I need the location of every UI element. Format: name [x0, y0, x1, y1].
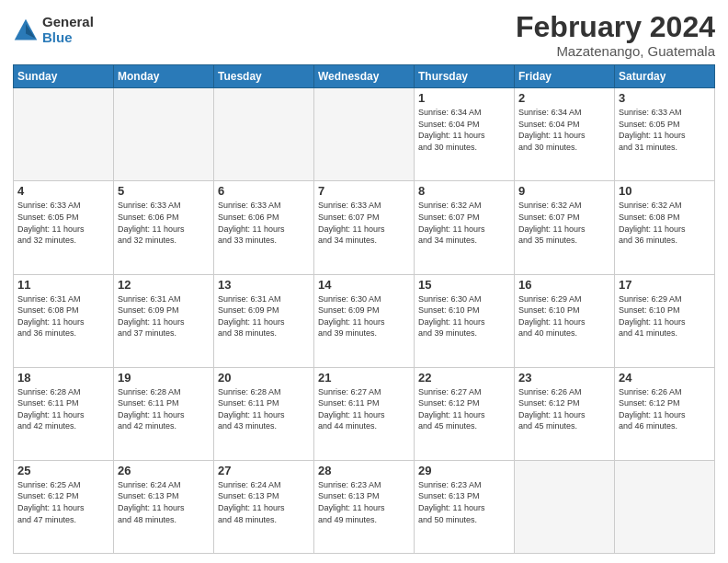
day-number: 12	[118, 278, 210, 292]
logo-text: General Blue	[42, 15, 94, 45]
weekday-header-row: SundayMondayTuesdayWednesdayThursdayFrid…	[14, 65, 715, 88]
calendar-cell: 23Sunrise: 6:26 AMSunset: 6:12 PMDayligh…	[515, 367, 615, 460]
day-number: 21	[318, 371, 410, 385]
day-number: 1	[418, 91, 510, 105]
day-info: Sunrise: 6:33 AMSunset: 6:06 PMDaylight:…	[218, 200, 310, 246]
day-info: Sunrise: 6:23 AMSunset: 6:13 PMDaylight:…	[418, 479, 510, 525]
day-info: Sunrise: 6:26 AMSunset: 6:12 PMDaylight:…	[619, 386, 711, 432]
calendar-cell	[615, 460, 715, 553]
day-number: 23	[518, 371, 610, 385]
calendar-cell	[515, 460, 615, 553]
calendar-cell: 24Sunrise: 6:26 AMSunset: 6:12 PMDayligh…	[615, 367, 715, 460]
calendar-cell	[214, 88, 314, 181]
calendar-cell: 28Sunrise: 6:23 AMSunset: 6:13 PMDayligh…	[314, 460, 415, 553]
day-number: 5	[118, 184, 210, 198]
title-block: February 2024 Mazatenango, Guatemala	[516, 11, 715, 59]
day-number: 15	[418, 278, 510, 292]
weekday-header-wednesday: Wednesday	[314, 65, 415, 88]
day-number: 7	[318, 184, 410, 198]
header: General Blue February 2024 Mazatenango, …	[13, 11, 715, 59]
day-info: Sunrise: 6:33 AMSunset: 6:05 PMDaylight:…	[17, 200, 109, 246]
day-number: 18	[17, 371, 109, 385]
day-info: Sunrise: 6:32 AMSunset: 6:08 PMDaylight:…	[619, 200, 711, 246]
day-info: Sunrise: 6:29 AMSunset: 6:10 PMDaylight:…	[518, 293, 610, 339]
calendar-cell	[314, 88, 415, 181]
day-number: 13	[218, 278, 310, 292]
calendar-week-row-4: 18Sunrise: 6:28 AMSunset: 6:11 PMDayligh…	[14, 367, 715, 460]
calendar-cell: 29Sunrise: 6:23 AMSunset: 6:13 PMDayligh…	[415, 460, 515, 553]
location: Mazatenango, Guatemala	[516, 43, 715, 59]
weekday-header-thursday: Thursday	[415, 65, 515, 88]
calendar-cell: 21Sunrise: 6:27 AMSunset: 6:11 PMDayligh…	[314, 367, 415, 460]
calendar-cell: 19Sunrise: 6:28 AMSunset: 6:11 PMDayligh…	[114, 367, 214, 460]
day-number: 22	[418, 371, 510, 385]
day-number: 6	[218, 184, 310, 198]
day-number: 4	[17, 184, 109, 198]
day-info: Sunrise: 6:23 AMSunset: 6:13 PMDaylight:…	[318, 479, 410, 525]
calendar-week-row-1: 1Sunrise: 6:34 AMSunset: 6:04 PMDaylight…	[14, 88, 715, 181]
calendar-cell: 20Sunrise: 6:28 AMSunset: 6:11 PMDayligh…	[214, 367, 314, 460]
calendar-cell: 22Sunrise: 6:27 AMSunset: 6:12 PMDayligh…	[415, 367, 515, 460]
logo-general-text: General	[42, 15, 94, 30]
calendar-week-row-3: 11Sunrise: 6:31 AMSunset: 6:08 PMDayligh…	[14, 274, 715, 367]
day-info: Sunrise: 6:25 AMSunset: 6:12 PMDaylight:…	[17, 479, 109, 525]
calendar-cell: 18Sunrise: 6:28 AMSunset: 6:11 PMDayligh…	[14, 367, 114, 460]
calendar-cell: 27Sunrise: 6:24 AMSunset: 6:13 PMDayligh…	[214, 460, 314, 553]
day-number: 24	[619, 371, 711, 385]
logo: General Blue	[13, 15, 94, 45]
day-info: Sunrise: 6:24 AMSunset: 6:13 PMDaylight:…	[118, 479, 210, 525]
day-info: Sunrise: 6:33 AMSunset: 6:06 PMDaylight:…	[118, 200, 210, 246]
calendar-week-row-5: 25Sunrise: 6:25 AMSunset: 6:12 PMDayligh…	[14, 460, 715, 553]
day-number: 2	[518, 91, 610, 105]
calendar-cell: 15Sunrise: 6:30 AMSunset: 6:10 PMDayligh…	[415, 274, 515, 367]
day-number: 28	[318, 464, 410, 477]
calendar-cell: 9Sunrise: 6:32 AMSunset: 6:07 PMDaylight…	[515, 181, 615, 274]
calendar-cell: 7Sunrise: 6:33 AMSunset: 6:07 PMDaylight…	[314, 181, 415, 274]
day-info: Sunrise: 6:28 AMSunset: 6:11 PMDaylight:…	[218, 386, 310, 432]
calendar-cell: 26Sunrise: 6:24 AMSunset: 6:13 PMDayligh…	[114, 460, 214, 553]
day-info: Sunrise: 6:33 AMSunset: 6:07 PMDaylight:…	[318, 200, 410, 246]
day-number: 9	[518, 184, 610, 198]
day-info: Sunrise: 6:30 AMSunset: 6:09 PMDaylight:…	[318, 293, 410, 339]
day-number: 17	[619, 278, 711, 292]
day-info: Sunrise: 6:31 AMSunset: 6:09 PMDaylight:…	[218, 293, 310, 339]
day-info: Sunrise: 6:26 AMSunset: 6:12 PMDaylight:…	[518, 386, 610, 432]
day-number: 8	[418, 184, 510, 198]
calendar-cell: 10Sunrise: 6:32 AMSunset: 6:08 PMDayligh…	[615, 181, 715, 274]
day-info: Sunrise: 6:32 AMSunset: 6:07 PMDaylight:…	[418, 200, 510, 246]
day-info: Sunrise: 6:32 AMSunset: 6:07 PMDaylight:…	[518, 200, 610, 246]
calendar-cell: 4Sunrise: 6:33 AMSunset: 6:05 PMDaylight…	[14, 181, 114, 274]
calendar-cell: 17Sunrise: 6:29 AMSunset: 6:10 PMDayligh…	[615, 274, 715, 367]
day-number: 27	[218, 464, 310, 477]
day-info: Sunrise: 6:34 AMSunset: 6:04 PMDaylight:…	[418, 107, 510, 153]
day-number: 20	[218, 371, 310, 385]
day-info: Sunrise: 6:31 AMSunset: 6:09 PMDaylight:…	[118, 293, 210, 339]
day-number: 25	[17, 464, 109, 477]
day-number: 29	[418, 464, 510, 477]
calendar-cell: 25Sunrise: 6:25 AMSunset: 6:12 PMDayligh…	[14, 460, 114, 553]
day-info: Sunrise: 6:34 AMSunset: 6:04 PMDaylight:…	[518, 107, 610, 153]
day-number: 16	[518, 278, 610, 292]
month-title: February 2024	[516, 11, 715, 43]
calendar-cell	[114, 88, 214, 181]
calendar-cell: 3Sunrise: 6:33 AMSunset: 6:05 PMDaylight…	[615, 88, 715, 181]
day-number: 10	[619, 184, 711, 198]
calendar-cell: 11Sunrise: 6:31 AMSunset: 6:08 PMDayligh…	[14, 274, 114, 367]
page: General Blue February 2024 Mazatenango, …	[0, 0, 728, 563]
calendar-cell: 14Sunrise: 6:30 AMSunset: 6:09 PMDayligh…	[314, 274, 415, 367]
weekday-header-saturday: Saturday	[615, 65, 715, 88]
day-number: 14	[318, 278, 410, 292]
logo-icon	[13, 17, 39, 43]
calendar-cell: 2Sunrise: 6:34 AMSunset: 6:04 PMDaylight…	[515, 88, 615, 181]
logo-blue-text: Blue	[42, 30, 94, 46]
calendar-cell: 12Sunrise: 6:31 AMSunset: 6:09 PMDayligh…	[114, 274, 214, 367]
calendar-cell: 13Sunrise: 6:31 AMSunset: 6:09 PMDayligh…	[214, 274, 314, 367]
day-info: Sunrise: 6:27 AMSunset: 6:11 PMDaylight:…	[318, 386, 410, 432]
day-info: Sunrise: 6:33 AMSunset: 6:05 PMDaylight:…	[619, 107, 711, 153]
calendar-cell: 5Sunrise: 6:33 AMSunset: 6:06 PMDaylight…	[114, 181, 214, 274]
calendar-cell	[14, 88, 114, 181]
weekday-header-friday: Friday	[515, 65, 615, 88]
day-info: Sunrise: 6:31 AMSunset: 6:08 PMDaylight:…	[17, 293, 109, 339]
day-info: Sunrise: 6:27 AMSunset: 6:12 PMDaylight:…	[418, 386, 510, 432]
day-info: Sunrise: 6:29 AMSunset: 6:10 PMDaylight:…	[619, 293, 711, 339]
